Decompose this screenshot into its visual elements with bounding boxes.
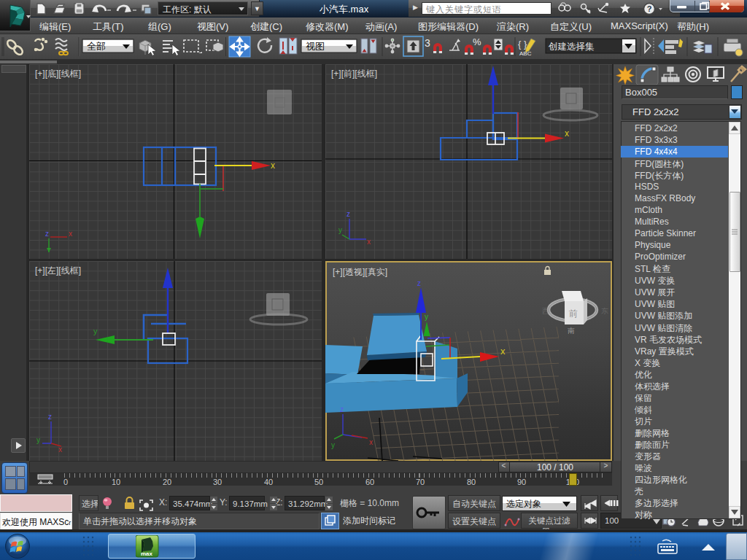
svg-text:z: z xyxy=(45,230,49,238)
svg-text:y: y xyxy=(36,436,40,444)
svg-text:y: y xyxy=(331,441,335,449)
svg-text:40: 40 xyxy=(264,478,273,486)
svg-text:max: max xyxy=(141,551,153,557)
svg-text:10: 10 xyxy=(112,478,120,486)
svg-text:x: x xyxy=(565,128,569,139)
svg-text:x: x xyxy=(271,160,275,171)
svg-text:z: z xyxy=(417,279,421,287)
svg-text:z: z xyxy=(347,210,350,218)
svg-text:x: x xyxy=(58,446,62,454)
svg-text:20: 20 xyxy=(163,478,171,486)
svg-text:z: z xyxy=(48,413,52,421)
svg-text:x: x xyxy=(500,346,506,357)
svg-text:%: % xyxy=(473,36,481,47)
svg-text:80: 80 xyxy=(467,478,476,486)
svg-text:50: 50 xyxy=(314,478,323,486)
svg-text:70: 70 xyxy=(416,478,425,486)
svg-text:3: 3 xyxy=(425,37,430,49)
svg-text:60: 60 xyxy=(365,478,374,486)
svg-text:西: 西 xyxy=(542,307,549,315)
svg-text:全部: 全部 xyxy=(87,41,106,52)
svg-text:y: y xyxy=(338,226,342,234)
svg-text:z: z xyxy=(340,405,344,413)
svg-text:?: ? xyxy=(647,4,652,13)
svg-text:东: 东 xyxy=(601,307,608,315)
svg-text:南: 南 xyxy=(568,327,575,335)
svg-text:前: 前 xyxy=(569,308,578,319)
svg-text:y: y xyxy=(425,313,428,321)
svg-text:30: 30 xyxy=(213,478,222,486)
svg-text:x: x xyxy=(369,438,373,446)
svg-text:ABC: ABC xyxy=(519,50,532,57)
svg-text:x: x xyxy=(69,230,72,238)
svg-text:视图: 视图 xyxy=(306,41,325,52)
svg-text:x: x xyxy=(367,238,371,246)
svg-text:0: 0 xyxy=(63,478,68,486)
svg-text:y: y xyxy=(93,327,98,335)
svg-text:创建选择集: 创建选择集 xyxy=(548,42,595,52)
svg-text:90: 90 xyxy=(517,478,526,486)
